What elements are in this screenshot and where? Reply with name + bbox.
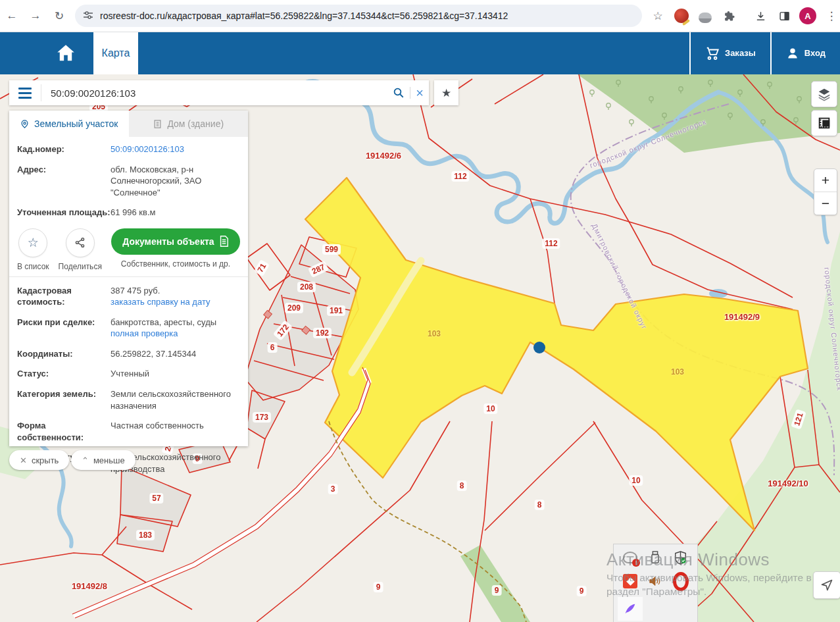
forward-button[interactable]: → xyxy=(26,6,45,26)
field-status: Статус: Учтенный xyxy=(17,368,240,380)
collapse-panel-button[interactable]: ⌃ меньше xyxy=(71,450,136,470)
add-to-list-button[interactable]: ☆ xyxy=(18,228,47,257)
field-coordinates: Координаты: 56.259822, 37.145344 xyxy=(17,348,240,360)
hide-panel-button[interactable]: ✕ скрыть xyxy=(9,450,69,470)
usb-icon[interactable] xyxy=(647,550,663,565)
field-risks: Риски при сделке: банкротства, аресты, с… xyxy=(17,317,240,340)
bookmark-star-icon[interactable]: ☆ xyxy=(648,6,668,26)
share-button[interactable] xyxy=(66,228,95,257)
browser-toolbar: ← → ↻ rosreestr-doc.ru/кадастровая_карта… xyxy=(0,0,840,32)
document-icon xyxy=(219,236,229,247)
shield-icon[interactable] xyxy=(673,550,689,565)
feather-icon xyxy=(623,602,637,616)
tab-land-parcel[interactable]: Земельный участок xyxy=(9,111,129,137)
extension-seal-icon[interactable] xyxy=(672,6,691,26)
ruler-icon xyxy=(817,116,831,130)
feather-tray-tile[interactable] xyxy=(618,597,643,621)
field-ownership: Форма собственности: Частная собственнос… xyxy=(17,420,240,443)
orders-button[interactable]: Заказы xyxy=(691,32,770,74)
navigation-arrow-icon xyxy=(820,579,833,592)
full-check-link[interactable]: полная проверка xyxy=(111,328,216,340)
side-panel-icon[interactable] xyxy=(774,6,794,26)
search-icon[interactable] xyxy=(387,87,410,99)
layers-button[interactable] xyxy=(811,81,837,107)
layers-icon xyxy=(817,87,831,101)
opera-icon[interactable] xyxy=(673,573,689,589)
action-buttons: ☆ В список Поделиться Документы объекта xyxy=(17,227,240,272)
chevron-up-icon: ⌃ xyxy=(82,455,89,465)
order-certificate-link[interactable]: заказать справку на дату xyxy=(111,296,210,308)
home-icon xyxy=(55,42,77,65)
extensions-puzzle-icon[interactable] xyxy=(719,6,739,26)
system-tray-flyout xyxy=(613,544,698,622)
field-cadastral-value: Кадастровая стоимость: 387 475 руб.заказ… xyxy=(17,285,240,308)
search-bar: × xyxy=(9,80,429,105)
field-land-category: Категория земель: Земли сельскохозяйстве… xyxy=(17,388,240,411)
search-input[interactable] xyxy=(41,84,387,101)
locate-button[interactable] xyxy=(813,571,840,599)
building-icon xyxy=(153,119,162,129)
menu-burger-icon[interactable] xyxy=(9,88,41,99)
browser-menu-icon[interactable]: ⋮ xyxy=(822,6,840,26)
address-bar[interactable]: rosreestr-doc.ru/кадастровая_карта#lat=5… xyxy=(75,5,642,27)
pin-icon xyxy=(20,119,30,129)
zoom-in-button[interactable]: + xyxy=(814,169,837,192)
login-button[interactable]: Вход xyxy=(772,32,840,74)
diamond-red-icon[interactable] xyxy=(622,573,638,589)
cad-number-link[interactable]: 50:09:0020126:103 xyxy=(111,143,184,155)
field-address: Адрес: обл. Московская, р-н Солнечногорс… xyxy=(17,164,240,199)
zoom-control: + − xyxy=(814,168,837,215)
profile-avatar[interactable]: A xyxy=(798,6,818,26)
alert-tray-icon[interactable] xyxy=(622,550,638,565)
field-area: Уточненная площадь: 61 996 кв.м xyxy=(17,207,240,219)
home-button[interactable] xyxy=(47,32,84,74)
share-icon xyxy=(74,237,86,248)
url-text[interactable]: rosreestr-doc.ru/кадастровая_карта#lat=5… xyxy=(100,11,508,21)
speaker-icon[interactable] xyxy=(647,573,663,589)
download-icon[interactable] xyxy=(751,6,770,26)
back-button[interactable]: ← xyxy=(2,6,22,26)
site-settings-icon[interactable] xyxy=(83,10,93,22)
object-info-panel: Земельный участок Дом (здание) Кад.номер… xyxy=(9,111,248,446)
measure-button[interactable] xyxy=(811,110,837,136)
panel-separator xyxy=(9,276,248,277)
map-point-marker[interactable] xyxy=(533,342,545,353)
cart-icon xyxy=(705,46,720,61)
tab-map[interactable]: Карта xyxy=(93,32,138,74)
object-documents-button[interactable]: Документы объекта xyxy=(111,228,240,255)
extension-grey-icon[interactable] xyxy=(695,6,715,26)
site-header: Карта Заказы Вход xyxy=(0,32,840,74)
user-icon xyxy=(786,47,799,60)
clear-search-icon[interactable]: × xyxy=(410,86,429,101)
favorites-button[interactable]: ★ xyxy=(434,80,458,105)
reload-button[interactable]: ↻ xyxy=(49,6,69,26)
zoom-out-button[interactable]: − xyxy=(814,192,837,215)
tab-building[interactable]: Дом (здание) xyxy=(129,111,249,137)
close-icon: ✕ xyxy=(20,455,27,465)
field-cad-number: Кад.номер: 50:09:0020126:103 xyxy=(17,143,240,155)
